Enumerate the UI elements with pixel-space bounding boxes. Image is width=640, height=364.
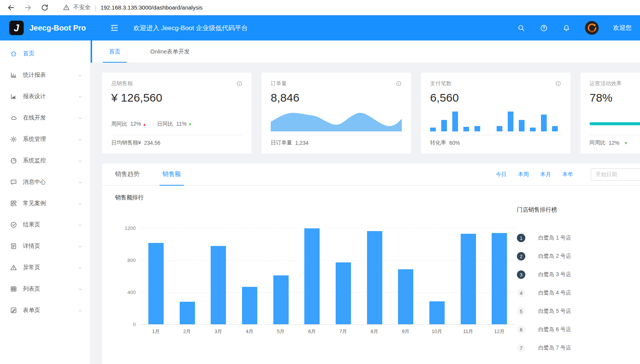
rank-badge: 7 — [517, 344, 525, 352]
x-axis-line — [140, 324, 515, 325]
sidebar-item-5[interactable]: 系统管理 — [0, 128, 90, 150]
x-axis-tick: 1月 — [140, 328, 172, 335]
chart-bar — [429, 301, 445, 324]
not-secure-warning-icon — [63, 4, 70, 11]
trend-down-icon: ▼ — [624, 141, 628, 145]
info-icon[interactable] — [396, 81, 402, 87]
sidebar-item-13[interactable]: 表单页 — [0, 299, 90, 321]
quick-link-2[interactable]: 本周 — [518, 171, 529, 178]
stat-card-title: 订单量 — [271, 80, 287, 87]
quick-link-4[interactable]: 本年 — [562, 171, 573, 178]
x-axis-tick: 12月 — [484, 328, 515, 335]
sidebar-item-label: 在线开发 — [23, 114, 72, 121]
ranking-title: 门店销售排行榜 — [517, 206, 640, 214]
info-icon[interactable] — [236, 81, 242, 87]
y-axis-tick: 1200 — [116, 225, 136, 231]
mini-bar — [474, 126, 480, 131]
stat-card-value: ¥ 126,560 — [111, 89, 242, 106]
address-bar[interactable]: 不安全 | 192.168.3.135:3000/dashboard/analy… — [63, 4, 203, 11]
store-name: 白鹭岛 3 号店 — [538, 271, 571, 278]
chart-bar — [304, 228, 320, 324]
sales-tab-1[interactable]: 销售额 — [159, 163, 184, 185]
footer-label: 日均销售额¥ — [111, 139, 141, 146]
footer-value: 12% — [609, 140, 619, 146]
stat-card-3: 支付笔数6,560转化率60% — [421, 73, 570, 154]
x-axis-tick: 7月 — [328, 328, 359, 335]
ranking-row: 4白鹭岛 4 号店 — [517, 284, 640, 302]
trend-metric: 周同比12%▲ — [111, 121, 146, 131]
user-avatar[interactable] — [585, 21, 599, 35]
date-placeholder: 开始日期 — [596, 171, 617, 178]
sidebar-item-10[interactable]: 详情页 — [0, 235, 90, 257]
quick-link-3[interactable]: 本月 — [540, 171, 551, 178]
ranking-row: 5白鹭岛 5 号店 — [517, 302, 640, 320]
ranking-list: 1白鹭岛 1 号店2白鹭岛 2 号店3白鹭岛 3 号店4白鹭岛 4 号店5白鹭岛… — [517, 229, 640, 357]
chevron-down-icon — [78, 222, 83, 227]
x-axis-tick: 8月 — [359, 328, 390, 335]
rank-badge: 1 — [517, 234, 525, 242]
page-tab-2[interactable]: Online表单开发 — [144, 40, 196, 63]
sidebar-item-1[interactable]: 首页 — [0, 43, 90, 64]
browser-back-icon[interactable] — [7, 3, 15, 12]
quick-link-1[interactable]: 今日 — [496, 171, 507, 178]
x-axis-tick: 11月 — [453, 328, 484, 335]
sidebar-item-label: 系统管理 — [23, 136, 72, 143]
help-icon[interactable] — [540, 24, 548, 32]
activity-progress-fill — [590, 122, 640, 125]
chart-gridline — [140, 260, 515, 260]
store-name: 白鹭岛 1 号店 — [538, 235, 571, 241]
search-icon[interactable] — [517, 24, 525, 32]
browser-reload-icon[interactable] — [41, 3, 49, 12]
stat-card-header: 订单量 — [271, 80, 402, 87]
chart-bar — [211, 246, 226, 324]
payments-mini-bar-chart — [430, 110, 561, 131]
qrcode-icon — [10, 200, 17, 207]
x-axis-tick: 2月 — [172, 328, 203, 335]
sidebar-item-4[interactable]: 在线开发 — [0, 107, 90, 128]
mini-bar — [530, 128, 536, 131]
info-icon[interactable] — [555, 81, 561, 87]
sidebar-item-11[interactable]: 异常页 — [0, 257, 90, 278]
app-header: J Jeecg-Boot Pro 欢迎进入 Jeecg-Boot 企业级低代码平… — [0, 15, 640, 40]
notification-bell-icon[interactable] — [562, 24, 570, 32]
chevron-down-icon — [78, 158, 83, 163]
stat-card-middle — [271, 106, 402, 131]
store-ranking: 门店销售排行榜 1白鹭岛 1 号店2白鹭岛 2 号店3白鹭岛 3 号店4白鹭岛 … — [517, 206, 640, 357]
stat-card-footer: 日订单量1,234 — [271, 135, 402, 150]
sidebar-item-8[interactable]: 常见案例 — [0, 193, 90, 214]
quick-links: 今日本周本月本年 — [496, 171, 573, 178]
page-tab-1[interactable]: 首页 — [103, 40, 127, 63]
stat-card-value: 6,560 — [430, 89, 561, 106]
stat-card-footer: 同周比12%▼ — [590, 135, 640, 150]
sidebar-item-2[interactable]: 统计报表 — [0, 64, 90, 86]
chart-bar — [148, 243, 164, 324]
app-logo[interactable]: J — [9, 21, 24, 35]
sidebar-item-6[interactable]: 系统监控 — [0, 150, 90, 171]
header-actions: 欢迎您 — [517, 21, 640, 35]
chevron-down-icon — [78, 201, 83, 206]
sidebar-item-label: 表单页 — [23, 307, 72, 314]
sidebar-item-9[interactable]: 结果页 — [0, 214, 90, 235]
stat-card-title: 总销售额 — [111, 80, 133, 87]
sidebar-item-12[interactable]: 列表页 — [0, 278, 90, 299]
store-name: 白鹭岛 2 号店 — [538, 253, 571, 260]
chart-bar — [398, 269, 413, 324]
date-picker-input[interactable]: 开始日期 — [591, 168, 640, 181]
mini-bar — [508, 112, 513, 131]
sidebar-item-3[interactable]: 报表设计 — [0, 86, 90, 107]
page-layout: 首页统计报表报表设计在线开发系统管理系统监控消息中心常见案例结果页详情页异常页列… — [0, 40, 640, 364]
mini-bar — [452, 112, 458, 131]
sales-tab-2[interactable]: 销售趋势 — [112, 163, 143, 185]
rank-badge: 5 — [517, 307, 525, 315]
mini-bar — [552, 126, 558, 131]
sales-panel-header: 销售趋势销售额 今日本周本月本年 开始日期 — [102, 163, 640, 186]
ranking-row: 3白鹭岛 3 号店 — [517, 265, 640, 284]
stat-card-1: 总销售额¥ 126,560周同比12%▲日同比11%▼日均销售额¥234.56 — [102, 73, 252, 154]
y-axis-tick: 800 — [116, 257, 136, 263]
menu-fold-icon[interactable] — [110, 23, 119, 32]
sidebar-item-label: 结果页 — [23, 221, 72, 228]
sidebar-item-7[interactable]: 消息中心 — [0, 171, 90, 193]
chevron-down-icon — [78, 73, 83, 78]
browser-forward-icon[interactable] — [24, 3, 32, 12]
brand-title: Jeecg-Boot Pro — [29, 24, 86, 32]
